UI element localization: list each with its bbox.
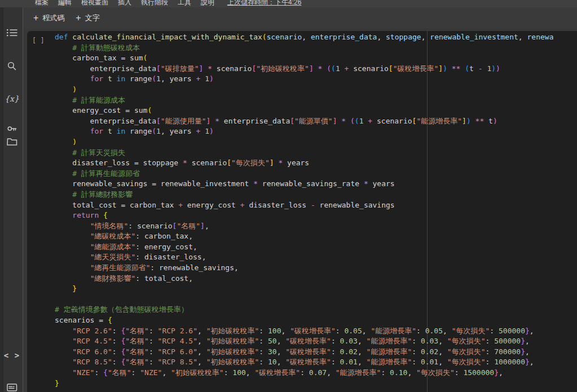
add-code-button[interactable]: + 程式碼 — [28, 11, 70, 25]
menubar-items: 檔案編輯檢視畫面插入執行階段工具說明 — [35, 0, 224, 6]
code-line: ) — [55, 85, 577, 95]
last-saved-label[interactable]: 上次儲存時間：下午4:26 — [227, 0, 301, 7]
code-line: enterprise_data["能源使用量"] * enterprise_da… — [55, 116, 577, 127]
code-line: "總碳稅成本": carbon_tax, — [55, 231, 577, 242]
table-of-contents-icon[interactable] — [1, 25, 23, 41]
code-line: # 計算動態碳稅成本 — [55, 43, 577, 54]
sidebar: {x} < > — [0, 7, 23, 392]
code-line: for t in range(1, years + 1) — [55, 126, 577, 137]
code-line: "總再生能源節省": renewable_savings, — [55, 263, 577, 274]
menu-item[interactable]: 說明 — [201, 0, 214, 7]
code-line: return { — [55, 210, 577, 221]
code-line: enterprise_data["碳排放量"] * scenario["初始碳稅… — [55, 64, 577, 74]
add-text-button[interactable]: + 文字 — [70, 11, 105, 25]
variables-icon[interactable]: {x} — [1, 91, 23, 107]
cell-toolbar: + 程式碼 + 文字 — [23, 7, 577, 28]
notebook-area: [ ] def calculate_financial_impact_with_… — [23, 28, 577, 392]
code-line: # 計算再生能源節省 — [55, 169, 577, 179]
menu-item[interactable]: 檔案 — [35, 0, 49, 7]
execution-count[interactable]: [ ] — [32, 37, 45, 45]
code-line: "RCP 2.6": {"名稱": "RCP 2.6", "初始碳稅稅率": 1… — [55, 326, 577, 337]
add-text-label: 文字 — [85, 13, 100, 23]
code-line: total_cost = carbon_tax + energy_cost + … — [55, 200, 577, 211]
code-line: "情境名稱": scenario["名稱"], — [55, 221, 577, 232]
code-line: ) — [55, 137, 577, 148]
code-snippets-icon[interactable]: < > — [1, 347, 23, 363]
code-line: disaster_loss = stoppage * scenario["每次損… — [55, 158, 577, 169]
code-line: "總能源成本": energy_cost, — [55, 242, 577, 253]
code-line: "總財務影響": total_cost, — [55, 274, 577, 284]
plus-icon: + — [76, 14, 81, 23]
code-line: scenarios = { — [55, 315, 577, 326]
menu-item[interactable]: 插入 — [118, 0, 131, 7]
files-folder-icon[interactable] — [1, 134, 23, 149]
terminal-icon[interactable] — [1, 380, 23, 392]
code-line — [55, 294, 577, 305]
menubar: 檔案編輯檢視畫面插入執行階段工具說明上次儲存時間：下午4:26 — [0, 0, 577, 7]
code-line: "RCP 8.5": {"名稱": "RCP 8.5", "初始碳稅稅率": 1… — [55, 357, 577, 368]
variables-glyph: {x} — [5, 94, 19, 103]
code-line: carbon_tax = sum( — [55, 53, 577, 64]
code-line: renewable_savings = renewable_investment… — [55, 179, 577, 190]
menu-item[interactable]: 執行階段 — [141, 0, 168, 7]
code-line: for t in range(1, years + 1) — [55, 74, 577, 85]
menu-item[interactable]: 編輯 — [58, 0, 72, 7]
code-line: # 計算能源成本 — [55, 95, 577, 106]
code-line: def calculate_financial_impact_with_dyna… — [55, 32, 577, 43]
code-line: energy_cost = sum( — [55, 105, 577, 116]
plus-icon: + — [33, 14, 38, 23]
code-line: "NZE": {"名稱": "NZE", "初始碳稅稅率": 100, "碳稅增… — [55, 368, 577, 378]
code-line: # 定義情境參數（包含動態碳稅增長率） — [55, 305, 577, 315]
add-code-label: 程式碼 — [42, 13, 64, 23]
colab-window: 檔案編輯檢視畫面插入執行階段工具說明上次儲存時間：下午4:26 {x} — [0, 0, 577, 392]
code-editor[interactable]: def calculate_financial_impact_with_dyna… — [55, 32, 577, 392]
code-line: "RCP 6.0": {"名稱": "RCP 6.0", "初始碳稅稅率": 3… — [55, 347, 577, 358]
code-line: } — [55, 378, 577, 389]
menu-item[interactable]: 檢視畫面 — [81, 0, 108, 7]
code-line: # 計算天災損失 — [55, 148, 577, 158]
code-cell[interactable]: [ ] def calculate_financial_impact_with_… — [27, 31, 577, 392]
code-line: "總天災損失": disaster_loss, — [55, 252, 577, 263]
code-line: "RCP 4.5": {"名稱": "RCP 4.5", "初始碳稅稅率": 5… — [55, 336, 577, 347]
search-icon[interactable] — [1, 58, 23, 74]
code-snippets-glyph: < > — [4, 351, 20, 360]
menu-item[interactable]: 工具 — [178, 0, 191, 7]
code-line: } — [55, 284, 577, 294]
code-line: # 計算總財務影響 — [55, 190, 577, 200]
